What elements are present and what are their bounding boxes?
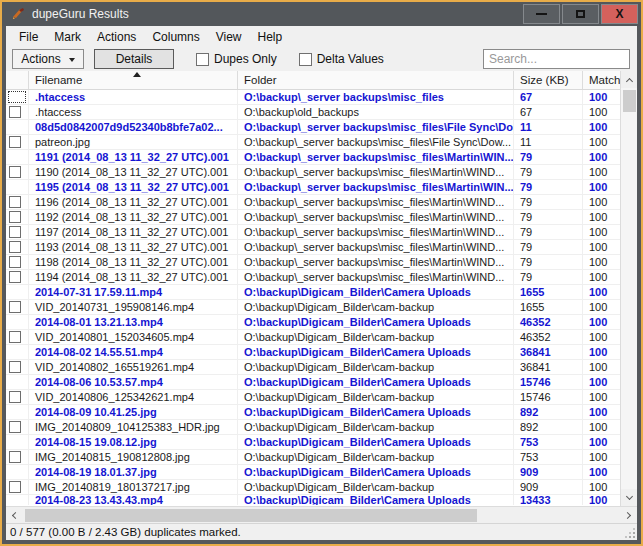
- filename-cell: 1197 (2014_08_13 11_32_27 UTC).001: [29, 225, 238, 239]
- row-checkbox-cell[interactable]: [6, 240, 29, 254]
- table-row-reference[interactable]: 08d5d0842007d9d52340b8bfe7a02...O:\backu…: [6, 120, 620, 135]
- checkbox-icon[interactable]: [299, 53, 312, 66]
- scroll-right-button[interactable]: [620, 507, 637, 524]
- mark-checkbox[interactable]: [9, 166, 21, 178]
- table-row-duplicate[interactable]: 1194 (2014_08_13 11_32_27 UTC).001O:\bac…: [6, 270, 620, 285]
- header-size[interactable]: Size (KB): [514, 71, 583, 89]
- row-checkbox-cell[interactable]: [6, 270, 29, 284]
- table-row-reference[interactable]: 1191 (2014_08_13 11_32_27 UTC).001O:\bac…: [6, 150, 620, 165]
- horizontal-scrollbar-thumb[interactable]: [25, 509, 477, 522]
- checkbox-icon[interactable]: [196, 53, 209, 66]
- close-button[interactable]: X: [601, 4, 638, 24]
- mark-checkbox[interactable]: [9, 421, 21, 433]
- row-checkbox-cell[interactable]: [6, 420, 29, 434]
- mark-checkbox[interactable]: [9, 361, 21, 373]
- table-row-reference[interactable]: 2014-08-19 18.01.37.jpgO:\backup\Digicam…: [6, 465, 620, 480]
- table-row-duplicate[interactable]: IMG_20140809_104125383_HDR.jpgO:\backup\…: [6, 420, 620, 435]
- table-row-reference[interactable]: 2014-08-15 19.08.12.jpgO:\backup\Digicam…: [6, 435, 620, 450]
- menu-item-actions[interactable]: Actions: [89, 28, 144, 46]
- row-checkbox-cell[interactable]: [6, 195, 29, 209]
- table-row-reference[interactable]: 2014-08-09 10.41.25.jpgO:\backup\Digicam…: [6, 405, 620, 420]
- size-cell: 79: [514, 225, 583, 239]
- mark-checkbox[interactable]: [9, 481, 21, 493]
- mark-checkbox[interactable]: [9, 241, 21, 253]
- menu-item-file[interactable]: File: [11, 28, 46, 46]
- row-checkbox-cell[interactable]: [6, 480, 29, 494]
- horizontal-scrollbar[interactable]: [6, 506, 637, 523]
- folder-cell: O:\backup\Digicam_Bilder\Camera Uploads: [238, 315, 514, 329]
- mark-checkbox[interactable]: [9, 331, 21, 343]
- mark-checkbox[interactable]: [9, 106, 21, 118]
- menu-item-help[interactable]: Help: [250, 28, 291, 46]
- folder-cell: O:\backup\Digicam_Bilder\cam-backup: [238, 420, 514, 434]
- mark-checkbox[interactable]: [9, 451, 21, 463]
- table-row-duplicate[interactable]: 1198 (2014_08_13 11_32_27 UTC).001O:\bac…: [6, 255, 620, 270]
- mark-checkbox[interactable]: [9, 136, 21, 148]
- row-checkbox-cell[interactable]: [6, 135, 29, 149]
- table-row-duplicate[interactable]: VID_20140806_125342621.mp4O:\backup\Digi…: [6, 390, 620, 405]
- row-checkbox-cell[interactable]: [6, 390, 29, 404]
- table-row-duplicate[interactable]: VID_20140731_195908146.mp4O:\backup\Digi…: [6, 300, 620, 315]
- table-row-duplicate[interactable]: VID_20140802_165519261.mp4O:\backup\Digi…: [6, 360, 620, 375]
- title-bar[interactable]: dupeGuru Results X: [2, 2, 641, 26]
- table-row-duplicate[interactable]: VID_20140801_152034605.mp4O:\backup\Digi…: [6, 330, 620, 345]
- actions-dropdown-button[interactable]: Actions: [12, 49, 84, 69]
- table-row-duplicate[interactable]: IMG_20140819_180137217.jpgO:\backup\Digi…: [6, 480, 620, 495]
- row-checkbox-cell[interactable]: [6, 330, 29, 344]
- resize-grip-icon[interactable]: [633, 536, 635, 538]
- header-folder[interactable]: Folder: [238, 71, 514, 89]
- details-button[interactable]: Details: [94, 49, 174, 69]
- mark-checkbox[interactable]: [9, 196, 21, 208]
- table-row-duplicate[interactable]: IMG_20140815_190812808.jpgO:\backup\Digi…: [6, 450, 620, 465]
- mark-checkbox[interactable]: [9, 391, 21, 403]
- table-row-reference[interactable]: .htaccessO:\backup\_server backups\misc_…: [6, 90, 620, 105]
- row-checkbox-cell: [6, 315, 29, 329]
- table-row-duplicate[interactable]: 1192 (2014_08_13 11_32_27 UTC).001O:\bac…: [6, 210, 620, 225]
- table-row-duplicate[interactable]: .htaccessO:\backup\old_backups67100: [6, 105, 620, 120]
- mark-checkbox[interactable]: [9, 256, 21, 268]
- row-checkbox-cell[interactable]: [6, 450, 29, 464]
- mark-checkbox[interactable]: [9, 301, 21, 313]
- table-row-duplicate[interactable]: 1193 (2014_08_13 11_32_27 UTC).001O:\bac…: [6, 240, 620, 255]
- row-checkbox-cell[interactable]: [6, 210, 29, 224]
- minimize-button[interactable]: [523, 4, 560, 24]
- scroll-down-button[interactable]: [621, 489, 637, 506]
- table-row-reference[interactable]: 2014-08-01 13.21.13.mp4O:\backup\Digicam…: [6, 315, 620, 330]
- mark-checkbox[interactable]: [9, 226, 21, 238]
- menu-item-view[interactable]: View: [208, 28, 250, 46]
- mark-checkbox[interactable]: [9, 271, 21, 283]
- table-row-reference[interactable]: 2014-08-02 14.55.51.mp4O:\backup\Digicam…: [6, 345, 620, 360]
- header-filename[interactable]: Filename: [29, 71, 238, 89]
- mark-checkbox[interactable]: [9, 211, 21, 223]
- row-checkbox-cell[interactable]: [6, 300, 29, 314]
- table-row-duplicate[interactable]: 1190 (2014_08_13 11_32_27 UTC).001O:\bac…: [6, 165, 620, 180]
- row-checkbox-cell[interactable]: [6, 225, 29, 239]
- row-checkbox-cell[interactable]: [6, 165, 29, 179]
- vertical-scrollbar-track[interactable]: [621, 112, 637, 489]
- filename-cell: 1193 (2014_08_13 11_32_27 UTC).001: [29, 240, 238, 254]
- delta-values-label: Delta Values: [317, 52, 384, 66]
- dupes-only-checkbox[interactable]: Dupes Only: [196, 52, 277, 66]
- vertical-scrollbar-thumb[interactable]: [623, 90, 636, 112]
- maximize-button[interactable]: [562, 4, 599, 24]
- table-row-reference[interactable]: 1195 (2014_08_13 11_32_27 UTC).001O:\bac…: [6, 180, 620, 195]
- row-checkbox-cell[interactable]: [6, 255, 29, 269]
- header-checkbox-column[interactable]: [6, 71, 29, 89]
- row-checkbox-cell[interactable]: [6, 105, 29, 119]
- row-checkbox-cell[interactable]: [6, 360, 29, 374]
- table-row-duplicate[interactable]: 1196 (2014_08_13 11_32_27 UTC).001O:\bac…: [6, 195, 620, 210]
- search-input[interactable]: [483, 49, 630, 69]
- match-cell: 100: [583, 150, 620, 164]
- scroll-up-button[interactable]: [621, 71, 637, 88]
- table-row-reference[interactable]: 2014-08-23 13.43.43.mp4O:\backup\Digicam…: [6, 495, 620, 505]
- table-row-duplicate[interactable]: 1197 (2014_08_13 11_32_27 UTC).001O:\bac…: [6, 225, 620, 240]
- table-row-reference[interactable]: 2014-07-31 17.59.11.mp4O:\backup\Digicam…: [6, 285, 620, 300]
- delta-values-checkbox[interactable]: Delta Values: [299, 52, 384, 66]
- header-match[interactable]: Match: [583, 71, 620, 89]
- menu-item-mark[interactable]: Mark: [46, 28, 89, 46]
- vertical-scrollbar[interactable]: [620, 71, 637, 506]
- table-row-duplicate[interactable]: patreon.jpgO:\backup\_server backups\mis…: [6, 135, 620, 150]
- menu-item-columns[interactable]: Columns: [144, 28, 207, 46]
- scroll-left-button[interactable]: [6, 507, 23, 524]
- table-row-reference[interactable]: 2014-08-06 10.53.57.mp4O:\backup\Digicam…: [6, 375, 620, 390]
